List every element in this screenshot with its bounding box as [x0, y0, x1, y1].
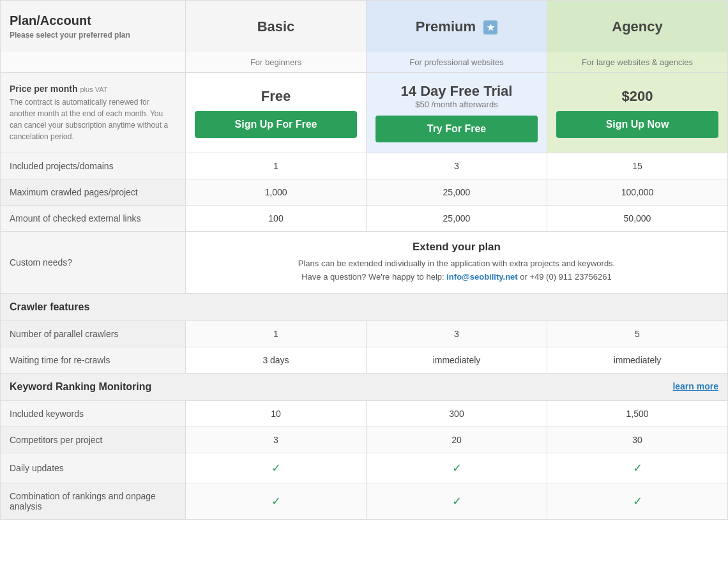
price-row: Price per month plus VAT The contract is…	[1, 73, 728, 153]
recrawl-row: Waiting time for re-crawls 3 days immedi…	[1, 347, 728, 373]
extend-plan-cell: Extend your plan Plans can be extended i…	[186, 232, 728, 294]
premium-trial-title: 14 Day Free Trial	[375, 83, 538, 100]
agency-signup-button[interactable]: Sign Up Now	[556, 111, 718, 138]
combo-label: Combination of rankings and onpage analy…	[1, 483, 186, 519]
competitors-row: Competitors per project 3 20 30	[1, 427, 728, 453]
premium-recrawl-value: immediately	[367, 347, 547, 373]
combo-rankings-row: Combination of rankings and onpage analy…	[1, 483, 728, 519]
basic-projects-value: 1	[186, 153, 367, 179]
included-projects-row: Included projects/domains 1 3 15	[1, 153, 728, 179]
custom-needs-label: Custom needs?	[1, 232, 186, 294]
premium-daily-check: ✓	[367, 453, 547, 483]
extend-desc: Plans can be extended individually in th…	[298, 259, 615, 268]
premium-keywords-value: 300	[367, 400, 547, 427]
crawler-section-header: Crawler features	[1, 293, 728, 321]
basic-daily-check: ✓	[186, 453, 367, 483]
plan-subtitle-row: For beginners For professional websites …	[1, 52, 728, 73]
premium-star-icon: ★	[483, 20, 497, 34]
agency-parallel-value: 5	[547, 321, 728, 347]
basic-crawled-value: 1,000	[186, 179, 367, 206]
plan-account-title: Plan/Account	[10, 13, 176, 28]
basic-combo-check: ✓	[186, 483, 367, 519]
agency-links-value: 50,000	[547, 206, 728, 232]
plan-header-row: Plan/Account Please select your preferre…	[1, 1, 728, 53]
agency-crawled-value: 100,000	[547, 179, 728, 206]
agency-keywords-value: 1,500	[547, 400, 728, 427]
agency-combo-check: ✓	[547, 483, 728, 519]
extend-title: Extend your plan	[195, 241, 718, 253]
premium-competitors-value: 20	[367, 427, 547, 453]
basic-recrawl-value: 3 days	[186, 347, 367, 373]
premium-plan-header: Premium ★	[367, 1, 547, 53]
question-text: Have a question? We're happy to help:	[301, 272, 444, 282]
basic-plan-header: Basic	[186, 1, 367, 53]
premium-price-cell: 14 Day Free Trial $50 /month afterwards …	[367, 73, 547, 153]
learn-more-link[interactable]: learn more	[672, 381, 718, 391]
included-projects-label: Included projects/domains	[1, 153, 186, 179]
basic-signup-button[interactable]: Sign Up For Free	[195, 111, 357, 138]
plan-subtitle-empty	[1, 52, 186, 73]
basic-price-value: Free	[195, 88, 357, 105]
parallel-crawlers-row: Number of parallel crawlers 1 3 5	[1, 321, 728, 347]
price-desc-text: The contract is automatically renewed fo…	[10, 96, 176, 142]
basic-price-cell: Free Sign Up For Free	[186, 73, 367, 153]
premium-signup-button[interactable]: Try For Free	[375, 116, 538, 142]
recrawl-label: Waiting time for re-crawls	[1, 347, 186, 373]
agency-subtitle: For large websites & agencies	[547, 52, 728, 73]
daily-updates-label: Daily updates	[1, 453, 186, 483]
agency-daily-checkmark: ✓	[633, 462, 642, 474]
premium-projects-value: 3	[367, 153, 547, 179]
premium-subtitle: For professional websites	[367, 52, 547, 73]
external-links-label: Amount of checked external links	[1, 206, 186, 232]
basic-parallel-value: 1	[186, 321, 367, 347]
agency-plan-header: Agency	[547, 1, 728, 53]
agency-recrawl-value: immediately	[547, 347, 728, 373]
basic-combo-checkmark: ✓	[271, 495, 281, 508]
phone-number: or +49 (0) 911 23756261	[520, 272, 611, 282]
contact-email-link[interactable]: info@seobility.net	[446, 272, 517, 282]
extend-text: Plans can be extended individually in th…	[195, 257, 718, 284]
agency-price-cell: $200 Sign Up Now	[547, 73, 728, 153]
plan-account-header: Plan/Account Please select your preferre…	[1, 1, 186, 53]
crawler-section-label: Crawler features	[1, 293, 728, 321]
basic-links-value: 100	[186, 206, 367, 232]
agency-projects-value: 15	[547, 153, 728, 179]
premium-combo-checkmark: ✓	[452, 495, 462, 508]
keyword-section-header: Keyword Ranking Monitoring learn more	[1, 373, 728, 400]
pricing-table: Plan/Account Please select your preferre…	[0, 0, 728, 520]
price-per-month-label: Price per month	[10, 84, 78, 94]
basic-daily-checkmark: ✓	[271, 462, 281, 474]
parallel-crawlers-label: Number of parallel crawlers	[1, 321, 186, 347]
premium-combo-check: ✓	[367, 483, 547, 519]
max-crawled-label: Maximum crawled pages/project	[1, 179, 186, 206]
basic-competitors-value: 3	[186, 427, 367, 453]
basic-keywords-value: 10	[186, 400, 367, 427]
custom-needs-row: Custom needs? Extend your plan Plans can…	[1, 232, 728, 294]
keyword-section-title: Keyword Ranking Monitoring	[10, 381, 151, 392]
included-keywords-row: Included keywords 10 300 1,500	[1, 400, 728, 427]
plus-vat-label: plus VAT	[80, 86, 107, 93]
premium-afterwards: $50 /month afterwards	[375, 100, 538, 109]
plan-account-subtitle: Please select your preferred plan	[10, 31, 176, 40]
daily-updates-row: Daily updates ✓ ✓ ✓	[1, 453, 728, 483]
premium-links-value: 25,000	[367, 206, 547, 232]
price-description-cell: Price per month plus VAT The contract is…	[1, 73, 186, 153]
max-crawled-row: Maximum crawled pages/project 1,000 25,0…	[1, 179, 728, 206]
premium-label: Premium	[416, 19, 476, 34]
agency-competitors-value: 30	[547, 427, 728, 453]
included-keywords-label: Included keywords	[1, 400, 186, 427]
external-links-row: Amount of checked external links 100 25,…	[1, 206, 728, 232]
agency-price-value: $200	[556, 88, 718, 105]
premium-parallel-value: 3	[367, 321, 547, 347]
keyword-section-label: Keyword Ranking Monitoring learn more	[1, 373, 728, 400]
competitors-label: Competitors per project	[1, 427, 186, 453]
premium-daily-checkmark: ✓	[452, 462, 462, 474]
basic-subtitle: For beginners	[186, 52, 367, 73]
agency-combo-checkmark: ✓	[633, 495, 642, 508]
premium-crawled-value: 25,000	[367, 179, 547, 206]
agency-daily-check: ✓	[547, 453, 728, 483]
